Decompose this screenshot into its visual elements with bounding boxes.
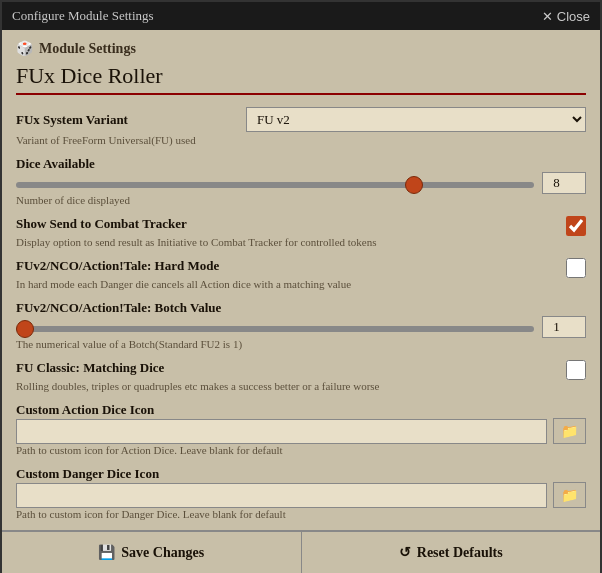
system-variant-select[interactable]: FU v2 FU Classic FU NCO FU Action!Tale (246, 107, 586, 132)
dice-available-label: Dice Available (16, 156, 586, 172)
save-button[interactable]: 💾 Save Changes (2, 532, 302, 573)
hard-mode-row: FUv2/NCO/Action!Tale: Hard Mode In hard … (16, 258, 586, 290)
reset-label: Reset Defaults (417, 545, 503, 561)
combat-tracker-label-block: Show Send to Combat Tracker (16, 216, 566, 232)
dialog-body: 🎲 Module Settings FUx Dice Roller FUx Sy… (2, 30, 600, 530)
dialog-title: Configure Module Settings (12, 8, 154, 24)
combat-tracker-row: Show Send to Combat Tracker Display opti… (16, 216, 586, 248)
danger-dice-icon-browse-btn[interactable]: 📁 (553, 482, 586, 508)
matching-dice-label: FU Classic: Matching Dice (16, 360, 566, 376)
action-dice-icon-label: Custom Action Dice Icon (16, 402, 586, 418)
section-header: 🎲 Module Settings (16, 40, 586, 57)
matching-dice-checkbox-row: FU Classic: Matching Dice (16, 360, 586, 380)
module-icon: 🎲 (16, 40, 33, 57)
hard-mode-desc: In hard mode each Danger die cancels all… (16, 278, 586, 290)
danger-dice-icon-input-row: 📁 (16, 482, 586, 508)
botch-value-desc: The numerical value of a Botch(Standard … (16, 338, 586, 350)
section-header-label: Module Settings (39, 41, 136, 57)
dice-available-slider-row (16, 172, 586, 194)
danger-dice-icon-desc: Path to custom icon for Danger Dice. Lea… (16, 508, 586, 520)
system-variant-label: FUx System Variant (16, 112, 128, 128)
action-dice-icon-browse-btn[interactable]: 📁 (553, 418, 586, 444)
matching-dice-label-block: FU Classic: Matching Dice (16, 360, 566, 376)
action-dice-icon-input-row: 📁 (16, 418, 586, 444)
botch-value-slider-container (16, 318, 534, 336)
botch-value-label: FUv2/NCO/Action!Tale: Botch Value (16, 300, 586, 316)
botch-value-input[interactable] (542, 316, 586, 338)
botch-value-row: FUv2/NCO/Action!Tale: Botch Value The nu… (16, 300, 586, 350)
hard-mode-label: FUv2/NCO/Action!Tale: Hard Mode (16, 258, 566, 274)
reset-button[interactable]: ↺ Reset Defaults (302, 532, 601, 573)
system-variant-label-row: FUx System Variant FU v2 FU Classic FU N… (16, 107, 586, 132)
reset-icon: ↺ (399, 544, 411, 561)
botch-value-slider-row (16, 316, 586, 338)
action-dice-icon-input[interactable] (16, 419, 547, 444)
dice-available-row: Dice Available Number of dice displayed (16, 156, 586, 206)
save-icon: 💾 (98, 544, 115, 561)
dialog-container: Configure Module Settings ✕ Close 🎲 Modu… (0, 0, 602, 573)
save-label: Save Changes (121, 545, 204, 561)
module-title: FUx Dice Roller (16, 63, 586, 95)
dialog: Configure Module Settings ✕ Close 🎲 Modu… (0, 0, 602, 573)
combat-tracker-label: Show Send to Combat Tracker (16, 216, 566, 232)
dialog-footer: 💾 Save Changes ↺ Reset Defaults (2, 530, 600, 573)
dice-available-slider-container (16, 174, 534, 192)
close-button[interactable]: ✕ Close (542, 9, 590, 24)
botch-value-slider[interactable] (16, 326, 534, 332)
combat-tracker-checkbox-row: Show Send to Combat Tracker (16, 216, 586, 236)
system-variant-row: FUx System Variant FU v2 FU Classic FU N… (16, 107, 586, 146)
combat-tracker-desc: Display option to send result as Initiat… (16, 236, 586, 248)
dice-available-desc: Number of dice displayed (16, 194, 586, 206)
hard-mode-checkbox-row: FUv2/NCO/Action!Tale: Hard Mode (16, 258, 586, 278)
hard-mode-checkbox[interactable] (566, 258, 586, 278)
danger-dice-icon-input[interactable] (16, 483, 547, 508)
action-dice-icon-desc: Path to custom icon for Action Dice. Lea… (16, 444, 586, 456)
matching-dice-desc: Rolling doubles, triples or quadruples e… (16, 380, 586, 392)
combat-tracker-checkbox[interactable] (566, 216, 586, 236)
dice-available-value[interactable] (542, 172, 586, 194)
action-dice-icon-row: Custom Action Dice Icon 📁 Path to custom… (16, 402, 586, 456)
dice-available-slider[interactable] (16, 182, 534, 188)
system-variant-desc: Variant of FreeForm Universal(FU) used (16, 134, 586, 146)
hard-mode-label-block: FUv2/NCO/Action!Tale: Hard Mode (16, 258, 566, 274)
matching-dice-checkbox[interactable] (566, 360, 586, 380)
matching-dice-row: FU Classic: Matching Dice Rolling double… (16, 360, 586, 392)
danger-dice-icon-row: Custom Danger Dice Icon 📁 Path to custom… (16, 466, 586, 520)
danger-dice-icon-label: Custom Danger Dice Icon (16, 466, 586, 482)
dialog-header: Configure Module Settings ✕ Close (2, 2, 600, 30)
